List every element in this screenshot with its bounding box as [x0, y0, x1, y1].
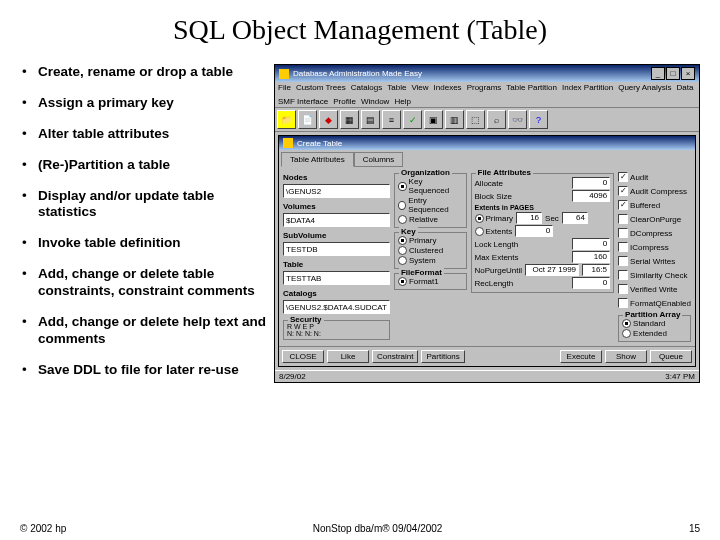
toolbar-button[interactable]: ◆ [319, 110, 338, 129]
nodes-field[interactable]: \GENUS2 [283, 184, 390, 198]
check-verified-write[interactable]: Verified Write [618, 284, 691, 294]
toolbar-button[interactable]: ? [529, 110, 548, 129]
menu-item[interactable]: Indexes [434, 83, 462, 92]
extents-field[interactable]: 0 [515, 225, 553, 237]
form-mid-column: Organization Key Sequenced Entry Sequenc… [394, 171, 467, 342]
subvolume-field[interactable]: TESTDB [283, 242, 390, 256]
radio-format1[interactable]: Format1 [398, 277, 463, 286]
menu-item[interactable]: Window [361, 97, 389, 106]
check-buffered[interactable]: Buffered [618, 200, 691, 210]
menu-item[interactable]: Profile [333, 97, 356, 106]
security-values[interactable]: N: N: N: N: [287, 330, 386, 337]
radio-extended-partition[interactable]: Extended [622, 329, 687, 338]
bullet-item: Save DDL to file for later re-use [20, 362, 268, 379]
dialog-titlebar[interactable]: Create Table [279, 136, 695, 150]
menu-item[interactable]: Data [677, 83, 694, 92]
radio-clustered-key[interactable]: Clustered [398, 246, 463, 255]
radio-key-sequenced[interactable]: Key Sequenced [398, 177, 463, 195]
app-window: Database Administration Made Easy _ □ × … [274, 64, 700, 383]
show-button[interactable]: Show [605, 350, 647, 363]
bullet-item: Invoke table definition [20, 235, 268, 252]
menu-item[interactable]: Catalogs [351, 83, 383, 92]
reclength-field[interactable]: 0 [572, 277, 610, 289]
check-icompress[interactable]: ICompress [618, 242, 691, 252]
radio-primary-extent[interactable]: Primary [475, 214, 514, 223]
organization-label: Organization [399, 168, 452, 177]
constraint-button[interactable]: Constraint [372, 350, 418, 363]
statusbar: 8/29/02 3:47 PM [275, 370, 699, 382]
radio-system-key[interactable]: System [398, 256, 463, 265]
fileattrs-label: File Attributes [476, 168, 533, 177]
toolbar-button[interactable]: ⬚ [466, 110, 485, 129]
radio-relative[interactable]: Relative [398, 215, 463, 224]
fileformat-label: FileFormat [399, 268, 444, 277]
menu-item[interactable]: Custom Trees [296, 83, 346, 92]
maxextents-label: Max Extents [475, 253, 570, 262]
toolbar-button[interactable]: ⌕ [487, 110, 506, 129]
tab-columns[interactable]: Columns [354, 152, 404, 167]
like-button[interactable]: Like [327, 350, 369, 363]
toolbar-button[interactable]: ▦ [340, 110, 359, 129]
toolbar-button[interactable]: 👓 [508, 110, 527, 129]
menu-item[interactable]: Index Partition [562, 83, 613, 92]
bullet-item: Assign a primary key [20, 95, 268, 112]
tab-table-attributes[interactable]: Table Attributes [281, 152, 354, 167]
toolbar: 📁 📄 ◆ ▦ ▤ ≡ ✓ ▣ ▥ ⬚ ⌕ 👓 ? [275, 108, 699, 132]
toolbar-button[interactable]: ▤ [361, 110, 380, 129]
close-dialog-button[interactable]: CLOSE [282, 350, 324, 363]
check-serial-writes[interactable]: Serial Writes [618, 256, 691, 266]
maxextents-field[interactable]: 160 [572, 251, 610, 263]
radio-primary-key[interactable]: Primary [398, 236, 463, 245]
footer: © 2002 hp NonStop dba/m® 09/04/2002 15 [20, 523, 700, 534]
sec-extent-field[interactable]: 64 [562, 212, 588, 224]
radio-entry-sequenced[interactable]: Entry Sequenced [398, 196, 463, 214]
nopurge-date-field[interactable]: Oct 27 1999 [525, 264, 579, 276]
radio-extents[interactable]: Extents [475, 227, 513, 236]
menu-item[interactable]: Help [394, 97, 410, 106]
extents-title: Extents in PAGES [475, 204, 611, 211]
check-audit[interactable]: Audit [618, 172, 691, 182]
toolbar-button[interactable]: ≡ [382, 110, 401, 129]
check-formatq[interactable]: FormatQEnabled [618, 298, 691, 308]
queue-button[interactable]: Queue [650, 350, 692, 363]
status-time: 3:47 PM [665, 372, 695, 381]
toolbar-button[interactable]: 📁 [277, 110, 296, 129]
menu-item[interactable]: Table Partition [506, 83, 557, 92]
bullet-list: Create, rename or drop a table Assign a … [20, 64, 268, 393]
menu-item[interactable]: Table [387, 83, 406, 92]
check-similarity[interactable]: Similarity Check [618, 270, 691, 280]
menu-item[interactable]: SMF Interface [278, 97, 328, 106]
check-clearonpurge[interactable]: ClearOnPurge [618, 214, 691, 224]
blocksize-field[interactable]: 4096 [572, 190, 610, 202]
bullet-item: Add, change or delete table constraints,… [20, 266, 268, 300]
menu-item[interactable]: File [278, 83, 291, 92]
allocate-field[interactable]: 0 [572, 177, 610, 189]
check-audit-compress[interactable]: Audit Compress [618, 186, 691, 196]
nopurge-time-field[interactable]: 16:5 [582, 264, 610, 276]
execute-button[interactable]: Execute [560, 350, 602, 363]
volumes-field[interactable]: $DATA4 [283, 213, 390, 227]
primary-extent-field[interactable]: 16 [516, 212, 542, 224]
check-dcompress[interactable]: DCompress [618, 228, 691, 238]
menu-item[interactable]: Query Analysis [618, 83, 671, 92]
catalogs-field[interactable]: \GENUS2.$DATA4.SUDCAT [283, 300, 390, 314]
locklength-field[interactable]: 0 [572, 238, 610, 250]
reclength-label: RecLength [475, 279, 570, 288]
table-field[interactable]: TESTTAB [283, 271, 390, 285]
titlebar[interactable]: Database Administration Made Easy _ □ × [275, 65, 699, 82]
minimize-button[interactable]: _ [651, 67, 665, 80]
toolbar-button[interactable]: ▥ [445, 110, 464, 129]
radio-standard-partition[interactable]: Standard [622, 319, 687, 328]
toolbar-button[interactable]: ✓ [403, 110, 422, 129]
partitions-button[interactable]: Partitions [421, 350, 464, 363]
allocate-label: Allocate [475, 179, 570, 188]
toolbar-button[interactable]: 📄 [298, 110, 317, 129]
form-checks-column: Audit Audit Compress Buffered ClearOnPur… [618, 171, 691, 342]
maximize-button[interactable]: □ [666, 67, 680, 80]
menu-item[interactable]: View [411, 83, 428, 92]
close-button[interactable]: × [681, 67, 695, 80]
toolbar-button[interactable]: ▣ [424, 110, 443, 129]
subvolume-label: SubVolume [283, 231, 390, 240]
menu-item[interactable]: Programs [467, 83, 502, 92]
form-left-column: Nodes \GENUS2 Volumes $DATA4 SubVolume T… [283, 171, 390, 342]
